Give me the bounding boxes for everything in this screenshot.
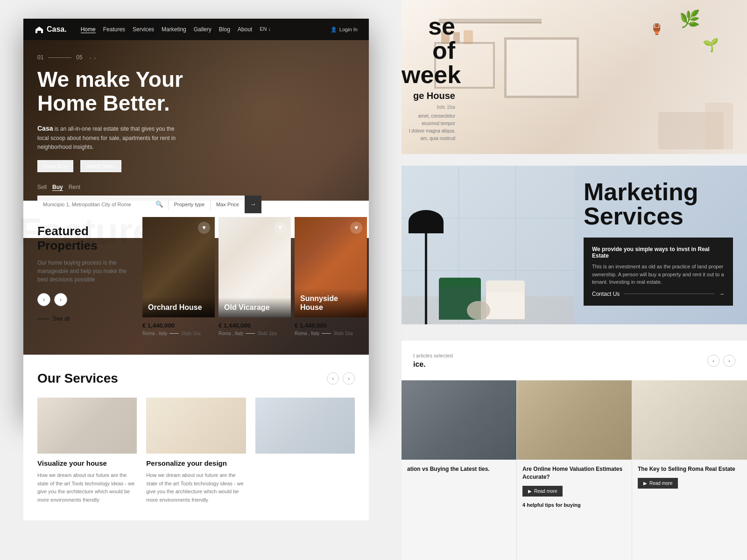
house-week-label-2: week [402,63,455,87]
blog-next-button[interactable]: › [723,355,735,367]
property-info-1: € 1,440,000 Roma , Italy 3bds 1ba [142,317,215,341]
nav-features[interactable]: Features [103,26,125,33]
blog-prev-button[interactable]: ‹ [707,355,719,367]
site-logo[interactable]: Casa. [35,25,67,34]
prev-arrow-icon[interactable]: ‹ [90,55,92,60]
property-card-orchard[interactable]: Orchard House ♥ € 1,440,000 Roma , Italy… [142,217,215,341]
facebook-link[interactable]: f [37,227,39,234]
instagram-link[interactable]: in [50,227,54,234]
blog-article-title-3: The Key to Selling Roma Real Estate [638,465,741,473]
property-location-3: Roma , Italy 3bds 1ba [295,331,367,336]
navbar: Casa. Home Features Services Marketing G… [23,19,369,40]
service-card-3 [255,398,355,504]
login-button[interactable]: 👤 Login In [331,27,358,33]
property-name-3: Sunnyside House [300,294,361,312]
search-button[interactable]: 🔍 [151,197,168,211]
read-more-button-2[interactable]: ▶ Read more [522,486,563,497]
blog-article-card-1[interactable]: ation vs Buying the Latest ties. [402,380,517,560]
featured-nav-arrows: ‹ › [37,293,131,306]
marketing-info-box: We provide you simple ways to invst in R… [584,238,733,306]
property-type-dropdown[interactable]: Property type [169,198,210,211]
featured-description: Our home buying process is the manageabl… [37,259,131,284]
tab-buy[interactable]: Buy [52,184,63,191]
next-arrow-icon[interactable]: › [94,55,96,60]
blog-subtitle: ice. [413,360,453,369]
property-price-2: € 1,440,000 [218,322,291,329]
services-next-button[interactable]: › [343,372,355,385]
current-slide: 01 [37,54,43,61]
hero-buttons: Read Blog Watch Video [37,160,355,172]
property-name-1: Orchard House [148,303,209,312]
watch-video-button[interactable]: Watch Video [80,160,121,172]
lamp-stand [425,231,427,324]
read-blog-button[interactable]: Read Blog [37,160,73,172]
nav-marketing[interactable]: Marketing [162,26,186,33]
nav-home[interactable]: Home [81,26,96,33]
partial-week-text: se of week ge House bds 1ba amet, consec… [402,14,462,142]
marketing-text-overlay: Marketing Services We provide you simple… [570,166,747,324]
read-more-button-3[interactable]: ▶ Read more [638,478,678,489]
property-card-sunnyside[interactable]: Sunnyside House ♥ € 1,440,000 Roma , Ita… [295,217,367,341]
twitter-link[interactable]: t [44,227,45,234]
language-selector[interactable]: EN ↓ [260,26,271,33]
table [467,301,490,320]
property-location-1: Roma , Italy 3bds 1ba [142,331,215,336]
service-card-image-3 [255,398,355,454]
logo-text: Casa. [47,25,67,34]
slide-counter: 01 05 ‹ › [37,54,355,61]
house-week-desc: amet, consectetur eiusmod tempor t dolor… [402,112,455,142]
services-cards-container: Visualize your house How we dream about … [37,398,355,504]
search-go-button[interactable]: → [245,196,261,213]
house-of-week-card: 🌿 🌱 🏺 se of week ge House bds 1ba amet, … [402,0,747,154]
tab-sell[interactable]: Sell [37,184,47,191]
social-links: f t in [37,227,355,234]
white-chair [486,289,525,320]
property-card-overlay-2: Old Vicarage [218,297,291,317]
house-week-label-1: se of [402,14,455,63]
property-info-3: € 1,440,000 Roma , Italy 3bds 1ba [295,317,367,341]
nav-links: Home Features Services Marketing Gallery… [81,26,321,33]
blog-article-title-1: ation vs Buying the Latest ties. [407,465,511,473]
nav-services[interactable]: Services [133,26,154,33]
blog-article-card-2[interactable]: Are Online Home Valuation Estimates Accu… [517,380,632,560]
property-search-bar: 🔍 Property type Max Price → [37,196,261,213]
services-prev-button[interactable]: ‹ [327,372,339,385]
see-all-link[interactable]: See all [37,315,131,322]
see-all-line [37,319,49,319]
nav-gallery[interactable]: Gallery [194,26,211,33]
hero-content: 01 05 ‹ › We make Your Home Better. Casa… [23,40,369,234]
blog-article-card-3[interactable]: The Key to Selling Roma Real Estate ▶ Re… [632,380,747,560]
service-card-image-2 [146,398,246,454]
house-week-subtitle: ge House [402,91,455,101]
marketing-title: Marketing Services [584,180,733,228]
total-slides: 05 [76,54,82,61]
nav-blog[interactable]: Blog [219,26,230,33]
location-search-input[interactable] [37,198,151,211]
services-section: Our Services ‹ › Visualize your house Ho… [23,355,369,520]
service-card-image-1 [37,398,137,454]
blog-article-image-1 [402,380,516,460]
nav-about[interactable]: About [238,26,252,33]
lamp-head [409,210,444,233]
property-type-tabs: Sell Buy Rent [37,184,355,191]
property-card-vicarage[interactable]: Old Vicarage ♥ € 1,440,000 Roma , Italy … [218,217,291,341]
featured-left-content: Featured Properties Our home buying proc… [37,224,131,322]
max-price-dropdown[interactable]: Max Price [211,198,245,211]
service-title-2: Personalize your design [146,459,246,468]
play-icon: ▶ [528,489,532,494]
blog-article-content-3: The Key to Selling Roma Real Estate ▶ Re… [632,460,747,494]
featured-prev-button[interactable]: ‹ [37,293,50,306]
service-desc-2: How we dream about our future are the st… [146,471,246,504]
property-card-overlay-3: Sunnyside House [295,288,367,317]
featured-next-button[interactable]: › [54,293,67,306]
blog-article-cards-section: ation vs Buying the Latest ties. Are Onl… [402,380,747,560]
counter-line [48,57,71,58]
blog-nav-section: t articles selected ice. ‹ › [402,341,747,380]
tab-rent[interactable]: Rent [69,184,80,191]
marketing-box-title: We provide you simple ways to invst in R… [592,246,725,259]
blog-nav-arrows: ‹ › [707,355,735,367]
property-info-2: € 1,440,000 Roma , Italy 3bds 1ba [218,317,291,341]
blog-article-content-1: ation vs Buying the Latest ties. [402,460,516,483]
marketing-contact-link[interactable]: Contact Us → [592,291,725,297]
service-desc-1: How we dream about our future are the st… [37,471,137,504]
